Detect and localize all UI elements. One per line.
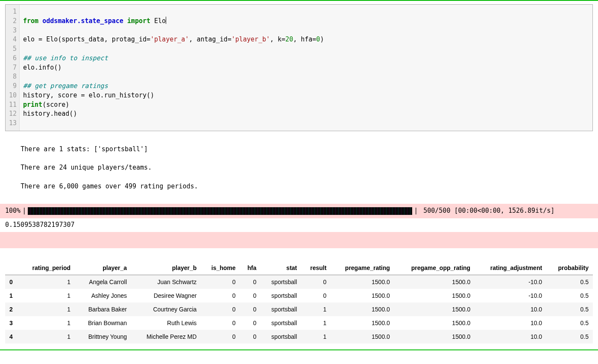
table-column-header: pregame_opp_rating xyxy=(394,261,475,275)
table-column-header: player_b xyxy=(131,261,201,275)
stdout-score-output: 0.1509538782197307 xyxy=(0,218,598,229)
table-corner-cell xyxy=(5,261,19,275)
table-row-index: 1 xyxy=(5,289,19,302)
line-number: 11 xyxy=(7,100,17,110)
output-line: There are 1 stats: ['sportsball'] xyxy=(21,145,148,153)
line-number-gutter: 1 2 3 4 5 6 7 8 9 10 11 12 13 xyxy=(6,5,20,131)
table-cell: 1 xyxy=(19,316,75,330)
progress-pipe: | xyxy=(22,206,26,216)
line-number: 9 xyxy=(7,82,17,91)
notebook-cell-container: 1 2 3 4 5 6 7 8 9 10 11 12 13 from oddsm… xyxy=(0,0,598,350)
table-cell: 0 xyxy=(201,316,240,330)
line-number: 5 xyxy=(7,44,17,54)
table-cell: 1 xyxy=(301,330,331,343)
table-cell: 1500.0 xyxy=(394,316,475,330)
table-column-header: rating_period xyxy=(19,261,75,275)
table-cell: sportsball xyxy=(261,330,301,343)
stderr-progress-output: 100%|| 500/500 [00:00<00:00, 1526.89it/s… xyxy=(0,204,598,218)
table-cell: 1500.0 xyxy=(394,330,475,343)
table-header-row: rating_periodplayer_aplayer_bis_homehfas… xyxy=(5,261,593,275)
table-cell: 1500.0 xyxy=(331,275,394,289)
table-cell: 10.0 xyxy=(475,302,546,316)
table-cell: 0 xyxy=(201,302,240,316)
table-cell: 10.0 xyxy=(475,330,546,343)
table-cell: 0.5 xyxy=(546,330,593,343)
table-cell: 1 xyxy=(19,289,75,302)
table-cell: 0 xyxy=(240,275,261,289)
dataframe-output: rating_periodplayer_aplayer_bis_homehfas… xyxy=(5,261,593,343)
table-row: 41Brittney YoungMichelle Perez MD00sport… xyxy=(5,330,593,343)
table-row-index: 3 xyxy=(5,316,19,330)
progress-bar xyxy=(28,207,412,215)
table-cell: sportsball xyxy=(261,289,301,302)
table-row-index: 2 xyxy=(5,302,19,316)
table-cell: Ruth Lewis xyxy=(131,316,201,330)
output-line: There are 24 unique players/teams. xyxy=(21,164,152,171)
table-cell: 1 xyxy=(301,302,331,316)
table-cell: Brittney Young xyxy=(75,330,131,343)
line-number: 8 xyxy=(7,72,17,82)
table-cell: Desiree Wagner xyxy=(131,289,201,302)
output-line: There are 6,000 games over 499 rating pe… xyxy=(21,182,198,190)
table-row: 21Barbara BakerCourtney Garcia00sportsba… xyxy=(5,302,593,316)
progress-percent: 100% xyxy=(5,206,21,216)
table-cell: 0 xyxy=(301,275,331,289)
table-cell: 0.5 xyxy=(546,316,593,330)
code-editor[interactable]: from oddsmaker.state_space import Elo el… xyxy=(20,5,592,131)
table-cell: sportsball xyxy=(261,302,301,316)
table-cell: 1 xyxy=(301,316,331,330)
table-column-header: probability xyxy=(546,261,593,275)
table-column-header: result xyxy=(301,261,331,275)
line-number: 2 xyxy=(7,17,17,26)
score-value: 0.1509538782197307 xyxy=(5,221,75,229)
table-cell: 1500.0 xyxy=(331,316,394,330)
progress-pipe: | xyxy=(414,206,418,216)
table-cell: 0.5 xyxy=(546,289,593,302)
table-column-header: player_a xyxy=(75,261,131,275)
table-cell: 0 xyxy=(301,289,331,302)
table-row: 31Brian BowmanRuth Lewis00sportsball1150… xyxy=(5,316,593,330)
line-number: 10 xyxy=(7,91,17,100)
table-cell: 0 xyxy=(240,289,261,302)
table-cell: -10.0 xyxy=(475,289,546,302)
table-cell: 0 xyxy=(240,316,261,330)
line-number: 3 xyxy=(7,26,17,35)
table-cell: 0 xyxy=(201,275,240,289)
table-column-header: rating_adjustment xyxy=(475,261,546,275)
code-cell[interactable]: 1 2 3 4 5 6 7 8 9 10 11 12 13 from oddsm… xyxy=(5,4,593,131)
table-column-header: pregame_rating xyxy=(331,261,394,275)
table-row-index: 4 xyxy=(5,330,19,343)
table-cell: 1500.0 xyxy=(394,289,475,302)
table-cell: Courtney Garcia xyxy=(131,302,201,316)
table-column-header: hfa xyxy=(240,261,261,275)
table-cell: Juan Schwartz xyxy=(131,275,201,289)
table-cell: 1 xyxy=(19,275,75,289)
table-cell: -10.0 xyxy=(475,275,546,289)
table-cell: 0.5 xyxy=(546,275,593,289)
table-cell: Ashley Jones xyxy=(75,289,131,302)
table-cell: Barbara Baker xyxy=(75,302,131,316)
line-number: 1 xyxy=(7,7,17,17)
table-cell: 1500.0 xyxy=(331,289,394,302)
table-cell: 0 xyxy=(240,330,261,343)
table-row-index: 0 xyxy=(5,275,19,289)
table-row: 01Angela CarrollJuan Schwartz00sportsbal… xyxy=(5,275,593,289)
line-number: 6 xyxy=(7,54,17,63)
table-cell: 1500.0 xyxy=(331,330,394,343)
table-cell: Michelle Perez MD xyxy=(131,330,201,343)
table-cell: 1500.0 xyxy=(331,302,394,316)
line-number: 13 xyxy=(7,119,17,128)
table-cell: 0 xyxy=(201,289,240,302)
progress-stats: 500/500 [00:00<00:00, 1526.89it/s] xyxy=(419,206,554,216)
line-number: 7 xyxy=(7,63,17,73)
table-cell: 0 xyxy=(201,330,240,343)
table-cell: 1500.0 xyxy=(394,275,475,289)
table-cell: 1500.0 xyxy=(394,302,475,316)
stderr-blank-output xyxy=(0,232,598,248)
table-cell: sportsball xyxy=(261,316,301,330)
line-number: 4 xyxy=(7,35,17,44)
table-column-header: stat xyxy=(261,261,301,275)
table-cell: 1 xyxy=(19,302,75,316)
line-number: 12 xyxy=(7,109,17,119)
table-cell: 1 xyxy=(19,330,75,343)
